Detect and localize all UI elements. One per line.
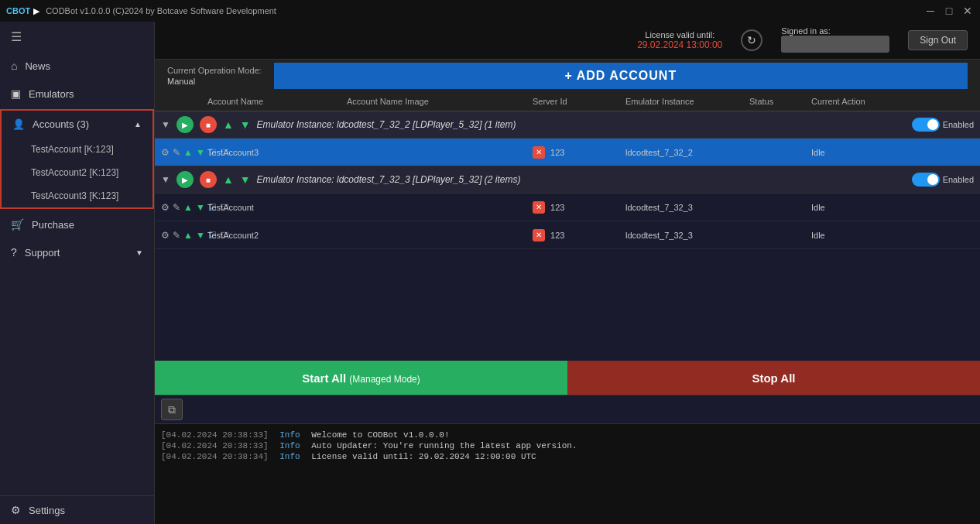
cart-icon: 🛒 [11,218,24,231]
account2-status [743,232,805,238]
group1-toggle[interactable]: Enabled [912,118,974,132]
group1-stop-button[interactable]: ■ [200,116,217,133]
account3-name-image [341,149,526,156]
minimize-button[interactable]: ─ [924,5,937,17]
start-all-button[interactable]: Start All (Managed Mode) [155,361,567,395]
account1-status-icon: ✕ [533,201,545,214]
col-header-server-id: Server Id [526,97,619,106]
group2-up-button[interactable]: ▲ [223,173,234,186]
account3-status-icon: ✕ [533,146,545,159]
stop-all-button[interactable]: Stop All [567,361,980,395]
sidebar: ☰ ⌂ News ▣ Emulators 👤 Accounts (3) ▲ Te… [0,22,155,524]
group1-label: Emulator Instance: ldcodtest_7_32_2 [LDP… [257,119,906,130]
account3-status [743,149,805,156]
log3-level: Info [279,452,300,461]
home-icon: ⌂ [11,60,17,72]
account2-edit-button[interactable]: ✎ [173,228,180,243]
account2-server-id: ✕ 123 [526,226,619,245]
sign-out-button[interactable]: Sign Out [908,30,968,50]
op-mode-label: Current Operation Mode: [167,66,262,75]
sidebar-item-news[interactable]: ⌂ News [0,52,154,80]
refresh-button[interactable]: ↻ [741,29,762,51]
group2-toggle[interactable]: Enabled [912,173,974,187]
sidebar-item-purchase[interactable]: 🛒 Purchase [0,211,154,238]
signed-in-label: Signed in as: [781,26,831,36]
license-label: License valid until: [637,30,722,39]
titlebar: CBOT ▶ CODBot v1.0.0.0 (C)2024 by Botcav… [0,0,980,22]
group1-collapse-button[interactable]: ▼ [161,119,170,130]
app-logo-arrow: ▶ [33,6,39,16]
col-header-actions [155,97,201,106]
group1-down-button[interactable]: ▼ [240,118,251,131]
signed-in-info: Signed in as: [781,26,889,54]
account1-edit-button[interactable]: ✎ [173,200,180,215]
account1-emulator: ldcodtest_7_32_3 [619,200,743,215]
account3-name: TestAccount3 [201,145,341,160]
bottom-bar: Start All (Managed Mode) Stop All [155,361,980,395]
sidebar-label-accounts: Accounts (3) [33,118,89,130]
log3-timestamp: [04.02.2024 20:38:34] [161,452,269,461]
table-container: ▼ ▶ ■ ▲ ▼ Emulator Instance: ldcodtest_7… [155,111,980,361]
group-row-2: ▼ ▶ ■ ▲ ▼ Emulator Instance: ldcodtest_7… [155,166,980,194]
op-mode-section: Current Operation Mode: Manual [167,65,262,87]
sidebar-sub-account1[interactable]: TestAccount [K:123] [2,138,152,161]
col-header-emulator-instance: Emulator Instance [619,97,743,106]
monitor-icon: ▣ [11,87,21,100]
log-line-1: [04.02.2024 20:38:33] Info Welcome to CO… [161,430,974,440]
account-row-testaccount2[interactable]: ⚙ ✎ ▲ ▼ ☑ 🛡 TestAccount2 ✕ 123 ldcodtest… [155,221,980,249]
add-account-button[interactable]: + ADD ACCOUNT [274,63,968,89]
log2-level: Info [279,441,300,450]
account3-edit-button[interactable]: ✎ [173,145,180,160]
account-row-testaccount3[interactable]: ⚙ ✎ ▲ ▼ ☑ 🛡 TestAccount3 ✕ 123 ldcodtest… [155,139,980,166]
support-chevron-icon: ▼ [135,248,143,257]
hamburger-menu[interactable]: ☰ [0,22,154,52]
col-header-status: Status [743,97,805,106]
account3-gear-button[interactable]: ⚙ [161,145,170,160]
account1-gear-button[interactable]: ⚙ [161,200,170,215]
sidebar-item-settings[interactable]: ⚙ Settings [0,496,154,524]
account1-status [743,204,805,211]
sidebar-spacer [0,266,154,495]
account1-server-id: ✕ 123 [526,198,619,217]
close-button[interactable]: ✕ [961,5,974,17]
sidebar-label-news: News [25,60,50,72]
maximize-button[interactable]: □ [943,5,955,17]
account3-up-button[interactable]: ▲ [183,145,193,160]
group2-down-button[interactable]: ▼ [240,173,251,186]
titlebar-controls: ─ □ ✕ [924,5,974,17]
group1-up-button[interactable]: ▲ [223,118,234,131]
group2-collapse-button[interactable]: ▼ [161,174,170,185]
account2-name-image [341,232,526,238]
account2-gear-button[interactable]: ⚙ [161,228,170,243]
log3-message: License valid until: 29.02.2024 12:00:00… [311,452,536,461]
sidebar-item-support[interactable]: ? Support ▼ [0,238,154,266]
sidebar-label-purchase: Purchase [32,219,74,231]
license-value: 29.02.2024 13:00:00 [637,39,722,50]
col-header-account-name: Account Name [201,97,341,106]
sidebar-sub-account3[interactable]: TestAccount3 [K:123] [2,184,152,207]
log2-message: Auto Updater: You're running the latest … [311,441,577,450]
app-logo: CBOT [6,6,30,15]
group2-play-button[interactable]: ▶ [176,171,194,188]
account-row-testaccount[interactable]: ⚙ ✎ ▲ ▼ ☑ 🛡 TestAccount ✕ 123 ldcodtest_… [155,194,980,221]
signed-in-value [781,36,889,53]
top-header: License valid until: 29.02.2024 13:00:00… [155,22,980,60]
account2-up-button[interactable]: ▲ [183,228,193,243]
group-row-1: ▼ ▶ ■ ▲ ▼ Emulator Instance: ldcodtest_7… [155,111,980,139]
sidebar-item-emulators[interactable]: ▣ Emulators [0,80,154,108]
group2-stop-button[interactable]: ■ [200,171,217,188]
account3-server-id: ✕ 123 [526,143,619,162]
account2-actions: ⚙ ✎ ▲ ▼ ☑ 🛡 [155,224,201,246]
table-header: Account Name Account Name Image Server I… [155,92,980,111]
group1-play-button[interactable]: ▶ [176,116,194,133]
sidebar-sub-account2[interactable]: TestAccount2 [K:123] [2,161,152,184]
col-header-current-action: Current Action [805,97,913,106]
col-header-account-name-image: Account Name Image [341,97,526,106]
main-content: License valid until: 29.02.2024 13:00:00… [155,22,980,524]
account1-up-button[interactable]: ▲ [183,200,193,215]
sidebar-item-accounts[interactable]: 👤 Accounts (3) ▲ [2,111,152,138]
copy-log-button[interactable]: ⧉ [161,399,183,420]
log-line-3: [04.02.2024 20:38:34] Info License valid… [161,452,974,461]
chevron-up-icon: ▲ [134,120,142,128]
group2-enabled-text: Enabled [943,175,974,184]
